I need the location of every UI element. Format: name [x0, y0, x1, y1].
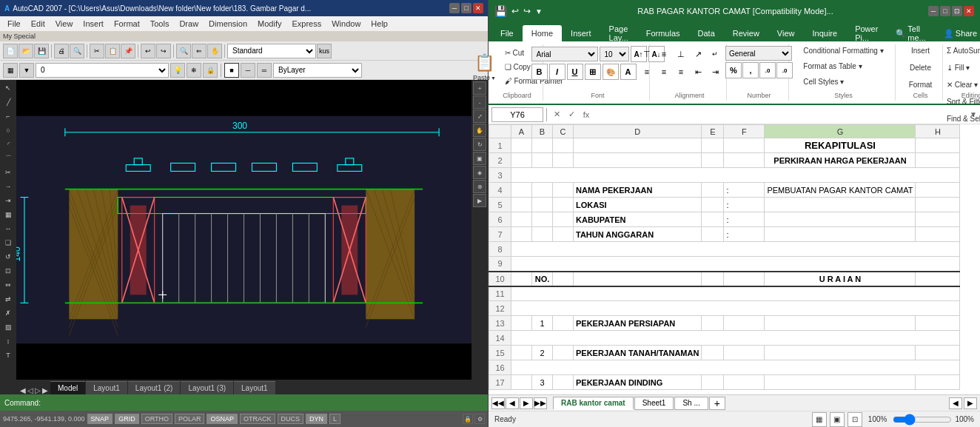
menu-file[interactable]: File [3, 18, 25, 30]
col-header-g[interactable]: G [765, 125, 916, 138]
cell-row16[interactable] [511, 360, 960, 375]
extend-btn[interactable]: → [1, 180, 15, 193]
format-as-table-btn[interactable]: Format as Table ▾ [798, 61, 867, 76]
cell-f17[interactable] [724, 375, 765, 390]
show-motion-btn[interactable]: ▶ [473, 194, 486, 207]
layer-freeze-btn[interactable]: ❄ [187, 63, 201, 78]
cell-f2[interactable] [724, 153, 765, 168]
spreadsheet-scroll[interactable]: A B C D E F G H 1 [489, 124, 980, 394]
otrack-btn[interactable]: OTRACK [240, 414, 275, 424]
settings-icon[interactable]: ⚙ [474, 414, 485, 424]
cell-row9[interactable] [511, 257, 960, 272]
tab-nav-right[interactable]: ▶ [42, 386, 48, 394]
zoom-window-btn[interactable]: 🔍 [176, 44, 191, 58]
cell-f5[interactable]: : [724, 198, 765, 212]
cell-e1[interactable] [702, 138, 724, 153]
comma-btn[interactable]: , [742, 62, 759, 78]
cut-btn[interactable]: ✂ [90, 44, 104, 58]
autocad-minimize-btn[interactable]: ─ [449, 3, 460, 13]
name-box[interactable] [491, 107, 543, 122]
cell-g4[interactable]: PEMBUATAN PAGAR KANTOR CAMAT [765, 183, 916, 198]
menu-dimension[interactable]: Dimension [204, 18, 252, 30]
snap-btn[interactable]: SNAP [87, 414, 113, 424]
sheet-nav-first[interactable]: ◀◀ [491, 397, 505, 409]
tab-share[interactable]: 👤 Share [935, 25, 980, 41]
cell-d10[interactable] [574, 272, 702, 286]
match-prop-btn[interactable]: kus [317, 44, 332, 58]
col-header-c[interactable]: C [553, 125, 574, 138]
cell-d15[interactable]: PEKERJAAN TANAH/TANAMAN [574, 346, 702, 360]
col-header-b[interactable]: B [532, 125, 553, 138]
text-btn[interactable]: T [1, 349, 15, 362]
cell-d17[interactable]: PEKERJAAN DINDING [574, 375, 702, 390]
cell-g17[interactable] [765, 375, 916, 390]
cell-b15[interactable]: 2 [532, 346, 553, 360]
scale-btn[interactable]: ⊡ [1, 264, 15, 278]
move-btn[interactable]: ↔ [1, 222, 15, 235]
orientation-btn[interactable]: ↗ [690, 46, 706, 62]
cell-row12[interactable] [511, 301, 960, 316]
cell-e10[interactable] [702, 272, 724, 286]
conditional-formatting-btn[interactable]: Conditional Formatting ▾ [798, 46, 888, 61]
excel-quick-save[interactable]: 💾 [494, 5, 507, 17]
cell-c4[interactable] [553, 183, 574, 198]
cell-f10[interactable] [724, 272, 765, 286]
pan-btn[interactable]: ✋ [207, 44, 222, 58]
zoom-prev-btn[interactable]: ⇐ [192, 44, 207, 58]
cell-a15[interactable] [511, 346, 532, 360]
layer-manager-btn[interactable]: ▦ [3, 63, 18, 78]
undo-btn[interactable]: ↩ [141, 44, 155, 58]
cell-h4[interactable] [916, 183, 960, 198]
tab-insert[interactable]: Insert [562, 25, 600, 41]
menu-view[interactable]: View [51, 18, 78, 30]
excel-minimize-btn[interactable]: ─ [928, 6, 939, 16]
cell-d6[interactable]: KABUPATEN [574, 212, 702, 227]
sheet-nav-prev[interactable]: ◀ [506, 397, 519, 409]
layer-dropdown[interactable]: 0 [36, 63, 169, 78]
autocad-canvas[interactable]: 300 [0, 80, 488, 380]
polar-btn[interactable]: POLAR [175, 414, 205, 424]
autosum-btn[interactable]: Σ AutoSum ▾ [942, 46, 980, 62]
cell-d7[interactable]: TAHUN ANGGARAN [574, 227, 702, 242]
fill-color-btn[interactable]: 🎨 [603, 64, 619, 80]
cell-c5[interactable] [553, 198, 574, 212]
cell-e5[interactable] [702, 198, 724, 212]
visual-style-btn[interactable]: ◈ [473, 166, 486, 179]
cell-b13[interactable]: 1 [532, 316, 553, 331]
ortho-btn[interactable]: ORTHO [141, 414, 172, 424]
cell-g10[interactable]: U R A I A N [765, 272, 916, 286]
zoom-slider[interactable] [893, 417, 952, 423]
page-layout-view-btn[interactable]: ▣ [830, 412, 845, 427]
cell-row3[interactable] [511, 168, 960, 183]
tab-model[interactable]: Model [50, 381, 85, 394]
tab-formulas[interactable]: Formulas [637, 25, 689, 41]
cell-g13[interactable] [765, 316, 916, 331]
indent-less-btn[interactable]: ⇤ [690, 64, 706, 80]
delete-cells-btn[interactable]: Delete [905, 63, 936, 79]
cell-f1[interactable] [724, 138, 765, 153]
cell-h7[interactable] [916, 227, 960, 242]
new-btn[interactable]: 📄 [3, 44, 18, 58]
view-manager-btn[interactable]: ▣ [473, 152, 486, 165]
cell-a1[interactable] [511, 138, 532, 153]
tab-view[interactable]: View [768, 25, 804, 41]
cell-styles-btn[interactable]: Cell Styles ▾ [798, 77, 849, 92]
menu-help[interactable]: Help [366, 18, 392, 30]
insert-function-icon[interactable]: fx [580, 108, 593, 121]
excel-undo-qat[interactable]: ↩ [511, 6, 519, 16]
save-btn[interactable]: 💾 [34, 44, 49, 58]
erase-btn[interactable]: ✗ [1, 306, 15, 320]
confirm-icon[interactable]: ✓ [565, 108, 578, 121]
insert-cells-btn[interactable]: Insert [906, 46, 935, 62]
increase-decimal-btn[interactable]: .0 [759, 62, 776, 78]
excel-restore-btn[interactable]: ⊡ [952, 6, 962, 16]
dimension-btn[interactable]: ↕ [1, 334, 15, 348]
fill-btn[interactable]: ⤓ Fill ▾ [942, 63, 975, 79]
sheet-nav-next[interactable]: ▶ [520, 397, 533, 409]
cell-b1[interactable] [532, 138, 553, 153]
cell-f15[interactable] [724, 346, 765, 360]
circle-btn[interactable]: ○ [1, 124, 15, 137]
menu-modify[interactable]: Modify [253, 18, 286, 30]
cell-c7[interactable] [553, 227, 574, 242]
cell-e15[interactable] [702, 346, 724, 360]
